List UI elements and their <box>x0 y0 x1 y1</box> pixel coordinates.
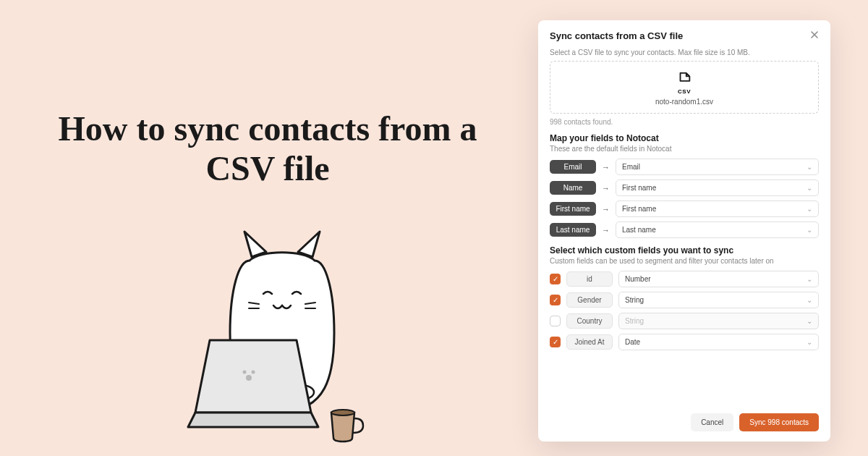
svg-point-7 <box>252 371 255 374</box>
target-field-select[interactable]: First name ⌄ <box>616 180 819 196</box>
check-icon: ✓ <box>553 338 558 346</box>
chevron-down-icon: ⌄ <box>807 296 812 304</box>
chevron-down-icon: ⌄ <box>807 317 812 325</box>
sync-csv-modal: Sync contacts from a CSV file Select a C… <box>538 20 830 442</box>
map-row: Last name → Last name ⌄ <box>550 221 819 238</box>
map-row: Name → First name ⌄ <box>550 180 819 196</box>
source-field-pill: Last name <box>550 223 596 237</box>
field-checkbox[interactable]: ✓ <box>550 295 561 305</box>
map-rows: Email → Email ⌄ Name → First name ⌄ Firs… <box>550 159 819 238</box>
type-select[interactable]: Number ⌄ <box>618 271 819 287</box>
selected-filename: noto-random1.csv <box>655 98 713 106</box>
type-select[interactable]: Date ⌄ <box>618 334 819 350</box>
map-fields-subtitle: These are the default fields in Notocat <box>550 145 819 153</box>
map-fields-title: Map your fields to Notocat <box>550 133 819 143</box>
cancel-button[interactable]: Cancel <box>691 413 733 431</box>
chevron-down-icon: ⌄ <box>807 163 812 171</box>
target-field-select[interactable]: Email ⌄ <box>616 159 819 175</box>
modal-footer: Cancel Sync 998 contacts <box>550 406 819 431</box>
arrow-icon: → <box>602 184 610 193</box>
svg-point-6 <box>243 371 247 374</box>
check-icon: ✓ <box>553 296 558 304</box>
chevron-down-icon: ⌄ <box>807 205 812 213</box>
map-row: First name → First name ⌄ <box>550 200 819 217</box>
sync-button[interactable]: Sync 998 contacts <box>739 413 819 431</box>
chevron-down-icon: ⌄ <box>807 275 812 283</box>
source-field-pill: Email <box>550 160 596 174</box>
field-checkbox[interactable]: ✓ <box>550 274 561 284</box>
type-select[interactable]: String ⌄ <box>618 292 819 308</box>
modal-title: Sync contacts from a CSV file <box>550 30 683 41</box>
custom-field-pill: Joined At <box>566 334 613 350</box>
arrow-icon: → <box>602 205 610 214</box>
custom-row: Country String ⌄ <box>550 313 819 329</box>
map-row: Email → Email ⌄ <box>550 159 819 175</box>
source-field-pill: Name <box>550 181 596 195</box>
help-text: Select a CSV file to sync your contacts.… <box>550 48 819 56</box>
contacts-found-text: 998 contacts found. <box>550 118 819 126</box>
field-checkbox[interactable] <box>550 316 561 326</box>
arrow-icon: → <box>602 163 610 172</box>
custom-fields-title: Select which custom fields you want to s… <box>550 245 819 256</box>
target-field-select[interactable]: First name ⌄ <box>616 200 819 217</box>
cat-laptop-illustration <box>174 224 391 449</box>
custom-fields-subtitle: Custom fields can be used to segment and… <box>550 257 819 265</box>
file-icon <box>676 72 692 88</box>
custom-row: ✓ Joined At Date ⌄ <box>550 334 819 350</box>
custom-row: ✓ id Number ⌄ <box>550 271 819 287</box>
arrow-icon: → <box>602 226 610 235</box>
custom-field-pill: id <box>566 271 613 287</box>
custom-field-pill: Country <box>566 313 613 329</box>
source-field-pill: First name <box>550 202 596 216</box>
chevron-down-icon: ⌄ <box>807 184 812 192</box>
file-dropzone[interactable]: CSV noto-random1.csv <box>550 61 819 114</box>
custom-rows: ✓ id Number ⌄ ✓ Gender String ⌄ Country … <box>550 271 819 350</box>
check-icon: ✓ <box>553 275 558 283</box>
type-select[interactable]: String ⌄ <box>618 313 819 329</box>
field-checkbox[interactable]: ✓ <box>550 337 561 347</box>
target-field-select[interactable]: Last name ⌄ <box>616 221 819 238</box>
chevron-down-icon: ⌄ <box>807 226 812 234</box>
svg-point-8 <box>331 410 354 415</box>
custom-field-pill: Gender <box>566 292 613 308</box>
custom-row: ✓ Gender String ⌄ <box>550 292 819 308</box>
close-icon[interactable] <box>810 30 819 39</box>
page-title: How to sync contacts from a CSV file <box>43 109 492 188</box>
svg-point-5 <box>246 375 252 381</box>
chevron-down-icon: ⌄ <box>807 338 812 346</box>
csv-badge: CSV <box>678 88 691 95</box>
